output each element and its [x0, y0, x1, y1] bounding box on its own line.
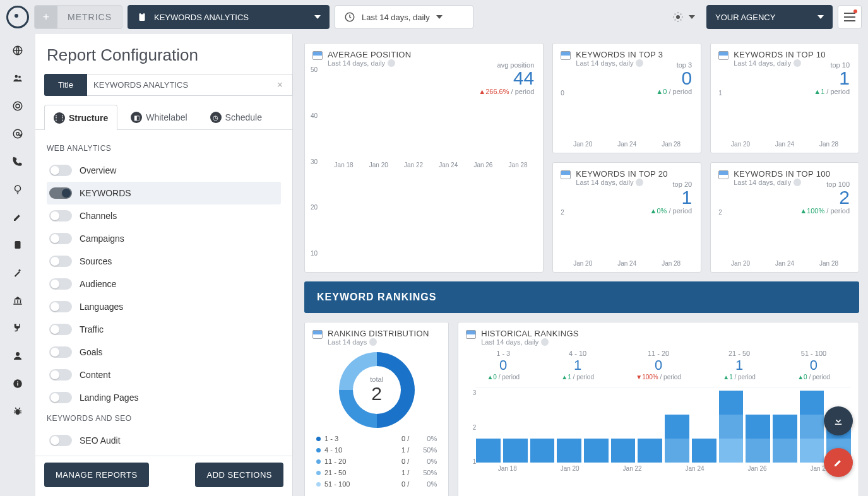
card-historical-rankings: HISTORICAL RANKINGSLast 14 days, daily 1…	[458, 322, 859, 496]
section-toggle[interactable]: Goals	[47, 341, 281, 363]
user-icon[interactable]	[11, 350, 24, 362]
svg-rect-0	[140, 13, 145, 21]
bug-icon[interactable]	[11, 405, 24, 418]
section-toggle[interactable]: Sources	[47, 250, 281, 273]
widget-icon	[561, 170, 571, 179]
title-input[interactable]	[87, 74, 293, 96]
hist-bin: 11 - 200▼100% / period	[636, 350, 681, 381]
toggle-label: Content	[80, 370, 110, 380]
tab-whitelabel[interactable]: ◧Whitelabel	[121, 105, 196, 129]
report-selector-label: KEYWORDS ANALYTICS	[154, 13, 249, 22]
plug-icon[interactable]	[11, 322, 24, 334]
section-toggle[interactable]: KEYWORDS	[47, 182, 281, 204]
at-icon[interactable]	[11, 127, 24, 140]
report-selector[interactable]: KEYWORDS ANALYTICS	[128, 5, 330, 29]
menu-button[interactable]	[838, 5, 862, 29]
section-heading: KEYWORDS AND SEO	[47, 414, 281, 423]
toggle-switch[interactable]	[49, 210, 72, 221]
info-icon[interactable]	[388, 59, 395, 67]
section-toggle[interactable]: Channels	[47, 204, 281, 227]
manage-reports-button[interactable]: MANAGE REPORTS	[44, 463, 149, 487]
edit-fab[interactable]	[824, 448, 853, 477]
tab-schedule[interactable]: ◷Schedule	[201, 105, 271, 129]
app-logo[interactable]	[6, 6, 29, 28]
tab-structure[interactable]: ⋮⋮Structure	[44, 105, 117, 130]
clear-title-icon[interactable]: ✕	[276, 80, 283, 90]
hist-bin: 4 - 101▲1 / period	[561, 350, 594, 381]
globe-icon[interactable]	[11, 44, 24, 57]
users-icon[interactable]	[11, 72, 24, 85]
card-top-20: KEYWORDS IN TOP 20Last 14 days, daily to…	[552, 162, 701, 273]
widget-icon	[312, 330, 323, 339]
section-banner: KEYWORD RANKINGS	[304, 281, 859, 313]
bulb-icon[interactable]	[11, 183, 24, 196]
nav-rail	[0, 34, 35, 496]
section-toggle[interactable]: Overview	[47, 159, 281, 182]
widget-icon	[466, 330, 476, 339]
hist-bin: 51 - 1000▲0 / period	[797, 350, 830, 381]
toggle-switch[interactable]	[49, 187, 72, 199]
clipboard-nav-icon[interactable]	[11, 239, 24, 251]
toggle-label: Languages	[80, 302, 123, 312]
wand-icon[interactable]	[11, 266, 24, 279]
agency-label: YOUR AGENCY	[715, 13, 775, 22]
svg-point-7	[13, 102, 22, 110]
toggle-label: Audience	[80, 279, 116, 289]
plus-icon: +	[35, 6, 57, 28]
toggle-switch[interactable]	[49, 256, 72, 267]
section-toggle[interactable]: Traffic	[47, 318, 281, 341]
toggle-switch[interactable]	[49, 346, 72, 358]
svg-rect-12	[15, 241, 21, 249]
toggle-switch[interactable]	[49, 435, 72, 446]
section-toggle[interactable]: Content	[47, 363, 281, 386]
info-icon[interactable]	[794, 59, 801, 67]
toggle-switch[interactable]	[49, 301, 72, 312]
legend-item: 1 - 30 /0%	[316, 433, 437, 444]
info-icon[interactable]	[369, 338, 377, 346]
toggle-label: Campaigns	[80, 233, 124, 244]
toggle-switch[interactable]	[49, 392, 72, 403]
toggle-switch[interactable]	[49, 278, 72, 290]
add-metrics-button[interactable]: + METRICS	[34, 5, 122, 29]
structure-icon: ⋮⋮	[54, 112, 65, 124]
svg-point-11	[15, 186, 21, 191]
card-top-10: KEYWORDS IN TOP 10Last 14 days, daily to…	[710, 43, 859, 153]
pencil-icon[interactable]	[11, 211, 24, 223]
clipboard-icon	[136, 11, 148, 23]
toggle-switch[interactable]	[49, 233, 72, 244]
toggle-switch[interactable]	[49, 165, 72, 176]
add-sections-button[interactable]: ADD SECTIONS	[195, 463, 283, 487]
widget-icon	[718, 51, 728, 60]
section-toggle[interactable]: Audience	[47, 273, 281, 295]
svg-point-3	[676, 15, 680, 19]
toggle-label: Goals	[80, 347, 103, 357]
section-toggle[interactable]: SEO Audit	[47, 429, 281, 452]
download-fab[interactable]	[824, 406, 853, 435]
section-toggle[interactable]: Campaigns	[47, 227, 281, 250]
title-field-label: Title	[44, 74, 87, 96]
info-icon[interactable]	[636, 179, 643, 186]
agency-selector[interactable]: YOUR AGENCY	[706, 5, 833, 29]
svg-rect-1	[141, 13, 144, 15]
info-icon[interactable]	[11, 377, 24, 390]
toggle-label: Sources	[80, 256, 112, 266]
widget-icon	[561, 51, 571, 60]
info-icon[interactable]	[636, 59, 643, 67]
target-icon[interactable]	[11, 100, 24, 112]
panel-heading: Report Configuration	[35, 34, 292, 74]
section-toggle[interactable]: Landing Pages	[47, 386, 281, 409]
bank-icon[interactable]	[11, 294, 24, 307]
date-range-selector[interactable]: Last 14 days, daily	[335, 5, 473, 29]
legend-item: 21 - 501 /50%	[316, 467, 437, 478]
svg-point-17	[15, 409, 20, 415]
theme-toggle[interactable]	[666, 11, 701, 23]
phone-icon[interactable]	[11, 155, 24, 168]
metrics-label: METRICS	[57, 12, 122, 22]
toggle-switch[interactable]	[49, 324, 72, 335]
info-icon[interactable]	[541, 338, 549, 346]
section-toggle[interactable]: Languages	[47, 295, 281, 318]
toggle-switch[interactable]	[49, 369, 72, 381]
download-icon	[833, 415, 844, 427]
svg-point-16	[17, 381, 18, 382]
sun-moon-icon	[672, 11, 684, 23]
